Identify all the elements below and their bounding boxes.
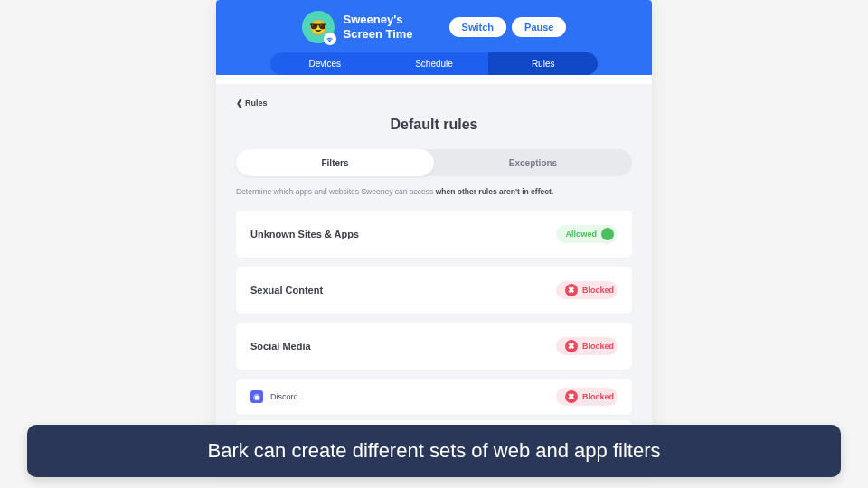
switch-button[interactable]: Switch xyxy=(449,17,506,37)
status-badge[interactable]: ✖ Blocked xyxy=(556,337,618,355)
header-top: 😎 Sweeney's Screen Time Switch Pause xyxy=(216,11,652,52)
subtab-filters[interactable]: Filters xyxy=(236,149,434,176)
app-row-discord[interactable]: ◉ Discord ✖ Blocked xyxy=(236,379,632,415)
status-badge[interactable]: Allowed xyxy=(556,225,618,243)
main-tabs: Devices Schedule Rules xyxy=(270,52,598,75)
category-sexual-content[interactable]: Sexual Content ✖ Blocked xyxy=(236,267,632,314)
avatar-emoji: 😎 xyxy=(309,19,327,36)
category-title: Sexual Content xyxy=(250,285,323,296)
sub-tabs: Filters Exceptions xyxy=(236,149,632,176)
tab-schedule[interactable]: Schedule xyxy=(380,52,489,75)
pause-button[interactable]: Pause xyxy=(512,17,566,37)
description: Determine which apps and websites Sweene… xyxy=(236,187,632,198)
avatar: 😎 xyxy=(302,11,335,43)
header: 😎 Sweeney's Screen Time Switch Pause Dev… xyxy=(216,0,652,75)
tab-rules[interactable]: Rules xyxy=(488,52,598,75)
category-unknown[interactable]: Unknown Sites & Apps Allowed xyxy=(236,211,632,258)
subtab-exceptions[interactable]: Exceptions xyxy=(434,149,632,176)
category-social-media[interactable]: Social Media ✖ Blocked xyxy=(236,323,632,370)
profile: 😎 Sweeney's Screen Time xyxy=(302,11,413,43)
block-icon: ✖ xyxy=(565,340,578,352)
app-name: Discord xyxy=(270,392,298,401)
tab-devices[interactable]: Devices xyxy=(270,52,380,75)
header-buttons: Switch Pause xyxy=(449,17,567,37)
wifi-icon xyxy=(324,33,336,45)
app-window: 😎 Sweeney's Screen Time Switch Pause Dev… xyxy=(216,0,652,464)
status-badge[interactable]: ✖ Blocked xyxy=(556,388,618,406)
content: ❮ Rules Default rules Filters Exceptions… xyxy=(216,84,652,464)
category-title: Social Media xyxy=(250,341,311,352)
discord-icon: ◉ xyxy=(250,390,263,403)
profile-name: Sweeney's Screen Time xyxy=(344,13,413,42)
breadcrumb[interactable]: ❮ Rules xyxy=(236,99,268,108)
status-badge[interactable]: ✖ Blocked xyxy=(556,281,618,299)
block-icon: ✖ xyxy=(565,390,578,403)
category-title: Unknown Sites & Apps xyxy=(250,229,359,239)
page-title: Default rules xyxy=(236,117,632,133)
block-icon: ✖ xyxy=(565,284,578,296)
status-dot-icon xyxy=(601,228,614,240)
svg-point-0 xyxy=(329,41,330,42)
chevron-left-icon: ❮ xyxy=(236,99,243,108)
caption-banner: Bark can create different sets of web an… xyxy=(27,425,841,477)
